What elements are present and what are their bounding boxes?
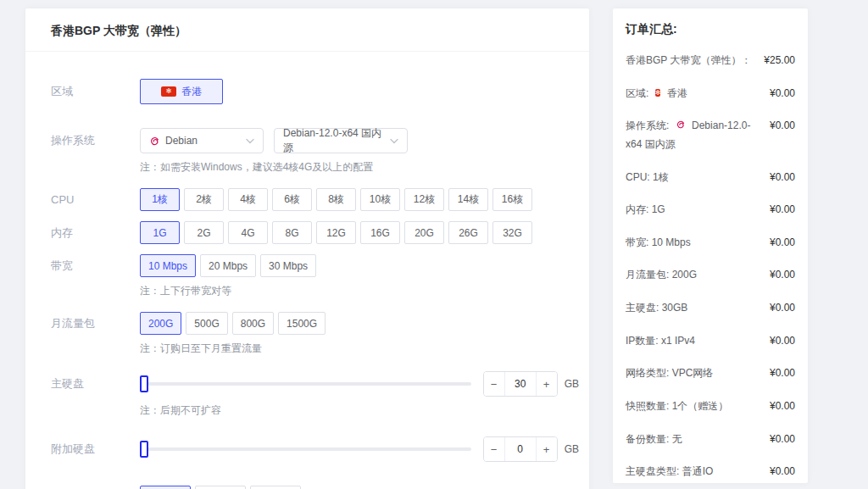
os-note: 注：如需安装Windows，建议选4核4G及以上的配置 xyxy=(140,160,579,175)
extra-disk-slider-handle[interactable] xyxy=(140,441,148,458)
traffic-option[interactable]: 200G xyxy=(140,312,181,335)
cpu-option[interactable]: 14核 xyxy=(448,188,488,211)
extra-disk-decrease-button[interactable]: − xyxy=(484,437,504,461)
summary-row-price: ¥0.00 xyxy=(770,332,795,351)
summary-row: 内存: 1G ¥0.00 xyxy=(626,201,795,219)
summary-row-price: ¥0.00 xyxy=(770,201,795,219)
config-row-extra-disk: 附加硬盘 − 0 + GB xyxy=(51,436,579,462)
memory-label: 内存 xyxy=(51,225,140,241)
ip-option[interactable]: x2 IPv4 xyxy=(195,486,246,489)
summary-row-price: ¥0.00 xyxy=(770,431,795,449)
memory-option[interactable]: 2G xyxy=(184,221,224,244)
summary-row-label: 网络类型: VPC网络 xyxy=(626,367,713,379)
memory-option[interactable]: 16G xyxy=(360,221,400,244)
cpu-option[interactable]: 8核 xyxy=(316,188,356,211)
summary-row: 备份数量: 无 ¥0.00 xyxy=(626,431,795,449)
summary-row-price: ¥25.00 xyxy=(764,52,795,70)
config-row-traffic: 月流量包 200G500G800G1500G xyxy=(51,312,579,335)
memory-option[interactable]: 4G xyxy=(228,221,268,244)
bandwidth-option[interactable]: 30 Mbps xyxy=(260,254,316,277)
cpu-option[interactable]: 16核 xyxy=(492,188,532,211)
summary-row-label: 内存: 1G xyxy=(626,203,665,215)
summary-row: CPU: 1核 ¥0.00 xyxy=(626,169,795,187)
region-label: 区域 xyxy=(51,84,140,99)
summary-row-price: ¥0.00 xyxy=(770,117,795,136)
summary-row-price: ¥0.00 xyxy=(770,397,795,416)
bandwidth-option[interactable]: 10 Mbps xyxy=(140,254,196,277)
disk-note: 注：后期不可扩容 xyxy=(140,403,579,418)
config-row-ip: IP数量 x1 IPv4x2 IPv4x3 IPv4 xyxy=(51,486,579,489)
cpu-option[interactable]: 4核 xyxy=(228,188,268,211)
os-version-select[interactable]: Debian-12.0-x64 国内源 xyxy=(274,128,408,153)
region-option[interactable]: ✻ 香港 xyxy=(140,79,223,104)
summary-row-price: ¥0.00 xyxy=(770,364,795,383)
memory-option[interactable]: 12G xyxy=(316,221,356,244)
summary-row-price: ¥0.00 xyxy=(770,169,795,187)
memory-option[interactable]: 1G xyxy=(140,221,180,244)
config-row-bandwidth: 带宽 10 Mbps20 Mbps30 Mbps xyxy=(51,254,579,277)
hk-flag-icon: ✻ xyxy=(161,86,176,97)
disk-increase-button[interactable]: + xyxy=(537,372,557,396)
cpu-option[interactable]: 10核 xyxy=(360,188,400,211)
config-row-disk: 主硬盘 − 30 + GB xyxy=(51,371,579,397)
summary-row-price: ¥0.00 xyxy=(770,234,795,253)
order-summary-list: 香港BGP 大带宽（弹性）： ¥25.00 区域: ✻ 香港 ¥0.00 xyxy=(626,52,795,489)
hk-flag-icon: ✻ xyxy=(655,89,661,97)
os-version-value: Debian-12.0-x64 国内源 xyxy=(283,126,383,155)
summary-row: IP数量: x1 IPv4 ¥0.00 xyxy=(626,332,795,351)
debian-icon xyxy=(149,136,160,147)
memory-option[interactable]: 8G xyxy=(272,221,312,244)
order-summary-panel: 订单汇总: 香港BGP 大带宽（弹性）： ¥25.00 区域: ✻ 香港 xyxy=(613,8,808,483)
memory-option[interactable]: 20G xyxy=(404,221,444,244)
traffic-label: 月流量包 xyxy=(51,316,140,331)
traffic-option[interactable]: 800G xyxy=(232,312,274,335)
bandwidth-option[interactable]: 20 Mbps xyxy=(200,254,256,277)
disk-value[interactable]: 30 xyxy=(504,372,537,396)
summary-row: 网络类型: VPC网络 ¥0.00 xyxy=(626,364,795,383)
summary-row-value: 香港 xyxy=(667,87,687,99)
extra-disk-increase-button[interactable]: + xyxy=(537,437,557,461)
cpu-option[interactable]: 2核 xyxy=(184,188,224,211)
summary-row: 香港BGP 大带宽（弹性）： ¥25.00 xyxy=(626,52,795,70)
bandwidth-note: 注：上下行带宽对等 xyxy=(140,284,579,298)
chevron-down-icon xyxy=(246,138,254,144)
traffic-note: 注：订购日至下月重置流量 xyxy=(140,342,579,356)
cpu-label: CPU xyxy=(51,193,140,206)
traffic-option[interactable]: 500G xyxy=(186,312,227,335)
os-family-value: Debian xyxy=(165,135,239,147)
cpu-option[interactable]: 12核 xyxy=(404,188,444,211)
config-row-region: 区域 ✻ 香港 xyxy=(51,79,579,104)
summary-row-label: 香港BGP 大带宽（弹性）： xyxy=(626,54,751,66)
extra-disk-slider[interactable] xyxy=(140,447,471,451)
config-row-cpu: CPU 1核2核4核6核8核10核12核14核16核 xyxy=(51,188,579,211)
summary-row: 区域: ✻ 香港 ¥0.00 xyxy=(626,85,795,103)
memory-option[interactable]: 26G xyxy=(448,221,488,244)
summary-row-label: 主硬盘: 30GB xyxy=(626,302,687,314)
product-config-panel: 香港BGP 大带宽（弹性） 区域 ✻ 香港 操作系统 xyxy=(25,8,589,489)
debian-icon xyxy=(676,120,686,132)
extra-disk-value[interactable]: 0 xyxy=(504,437,537,461)
traffic-option[interactable]: 1500G xyxy=(278,312,326,335)
cpu-option[interactable]: 6核 xyxy=(272,188,312,211)
order-summary-title: 订单汇总: xyxy=(626,22,795,37)
disk-decrease-button[interactable]: − xyxy=(484,372,504,396)
summary-row: 带宽: 10 Mbps ¥0.00 xyxy=(626,234,795,253)
ip-option[interactable]: x1 IPv4 xyxy=(140,486,191,489)
summary-row: 月流量包: 200G ¥0.00 xyxy=(626,266,795,285)
summary-row-label: 带宽: 10 Mbps xyxy=(626,236,691,248)
summary-row-label: 主硬盘类型: 普通IO xyxy=(626,465,713,477)
disk-slider-handle[interactable] xyxy=(140,375,148,392)
disk-slider[interactable] xyxy=(140,382,471,386)
disk-unit: GB xyxy=(565,378,579,390)
cpu-option[interactable]: 1核 xyxy=(140,188,180,211)
disk-stepper: − 30 + xyxy=(483,371,558,397)
summary-row: 快照数量: 1个（赠送） ¥0.00 xyxy=(626,397,795,416)
summary-row-price: ¥0.00 xyxy=(770,85,795,103)
bandwidth-label: 带宽 xyxy=(51,258,140,274)
memory-option[interactable]: 32G xyxy=(492,221,532,244)
summary-row-label: 区域: xyxy=(626,87,648,99)
config-row-os: 操作系统 Debian Debian-12.0-x64 国内源 xyxy=(51,128,579,153)
extra-disk-unit: GB xyxy=(565,443,579,455)
ip-option[interactable]: x3 IPv4 xyxy=(250,486,301,489)
os-family-select[interactable]: Debian xyxy=(140,128,264,153)
